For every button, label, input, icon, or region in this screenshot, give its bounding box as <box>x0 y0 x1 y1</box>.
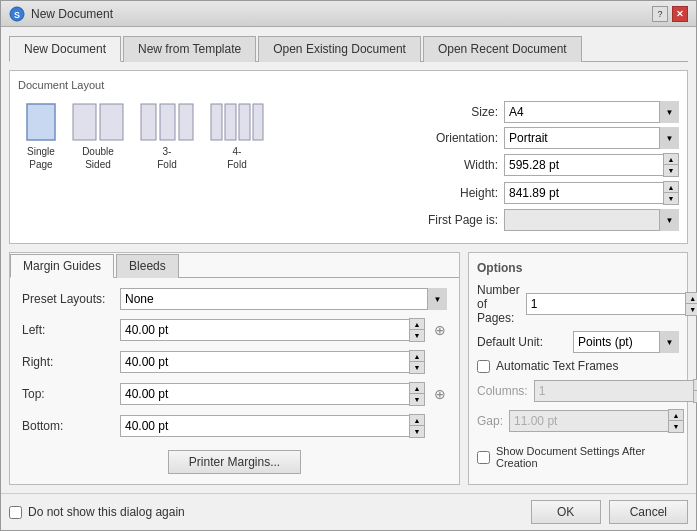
double-sided-label: DoubleSided <box>82 145 114 171</box>
footer-left: Do not show this dialog again <box>9 505 185 519</box>
right-input[interactable] <box>120 351 409 373</box>
num-pages-row: Number of Pages: ▲ ▼ <box>477 283 679 325</box>
tab-margin-guides[interactable]: Margin Guides <box>10 254 114 278</box>
left-down-btn[interactable]: ▼ <box>410 330 424 341</box>
auto-text-frames-checkbox[interactable] <box>477 360 490 373</box>
gap-spinner-btns: ▲ ▼ <box>668 409 684 433</box>
top-row: Top: ▲ ▼ ⊕ <box>22 382 447 406</box>
right-down-btn[interactable]: ▼ <box>410 362 424 373</box>
left-panel: Margin Guides Bleeds Preset Layouts: Non… <box>9 252 460 485</box>
layout-double-sided[interactable]: DoubleSided <box>72 103 124 171</box>
footer-right: OK Cancel <box>531 500 688 524</box>
left-row: Left: ▲ ▼ ⊕ <box>22 318 447 342</box>
auto-text-frames-label: Automatic Text Frames <box>496 359 618 373</box>
tab-new-document[interactable]: New Document <box>9 36 121 62</box>
tab-bar: New Document New from Template Open Exis… <box>9 35 688 62</box>
columns-input[interactable] <box>534 380 693 402</box>
right-panel: Options Number of Pages: ▲ ▼ Default Uni… <box>468 252 688 485</box>
bottom-up-btn[interactable]: ▲ <box>410 415 424 426</box>
bottom-down-btn[interactable]: ▼ <box>410 426 424 437</box>
printer-margins-button[interactable]: Printer Margins... <box>168 450 301 474</box>
svg-rect-9 <box>225 104 236 140</box>
default-unit-row: Default Unit: Points (pt) Millimeters (m… <box>477 331 679 353</box>
app-icon: S <box>9 6 25 22</box>
gap-up-btn[interactable]: ▲ <box>669 410 683 421</box>
columns-spinner: ▲ ▼ <box>534 379 697 403</box>
left-label: Left: <box>22 323 112 337</box>
size-select[interactable]: A4 A3 Letter <box>504 101 679 123</box>
svg-rect-6 <box>160 104 175 140</box>
orientation-select[interactable]: Portrait Landscape <box>504 127 679 149</box>
4fold-label: 4-Fold <box>227 145 246 171</box>
height-spinner-btns: ▲ ▼ <box>663 181 679 205</box>
tab-bleeds[interactable]: Bleeds <box>116 254 179 278</box>
svg-rect-11 <box>253 104 263 140</box>
title-bar-controls: ? ✕ <box>652 6 688 22</box>
tab-open-recent[interactable]: Open Recent Document <box>423 36 582 62</box>
layout-4fold[interactable]: 4-Fold <box>210 103 264 171</box>
svg-rect-3 <box>73 104 96 140</box>
help-button[interactable]: ? <box>652 6 668 22</box>
do-not-show-label: Do not show this dialog again <box>28 505 185 519</box>
options-label: Options <box>477 261 679 275</box>
bottom-spinner: ▲ ▼ <box>120 414 425 438</box>
ok-button[interactable]: OK <box>531 500 601 524</box>
left-up-btn[interactable]: ▲ <box>410 319 424 330</box>
num-pages-up-btn[interactable]: ▲ <box>686 293 697 304</box>
gap-spinner: ▲ ▼ <box>509 409 684 433</box>
bottom-input[interactable] <box>120 415 409 437</box>
svg-rect-4 <box>100 104 123 140</box>
height-input[interactable] <box>504 182 663 204</box>
cancel-button[interactable]: Cancel <box>609 500 688 524</box>
double-sided-icon <box>72 103 124 141</box>
preset-row: Preset Layouts: None ▼ <box>22 288 447 310</box>
default-unit-select[interactable]: Points (pt) Millimeters (mm) Inches (in) <box>573 331 679 353</box>
3fold-label: 3-Fold <box>157 145 176 171</box>
columns-label: Columns: <box>477 384 528 398</box>
height-up-btn[interactable]: ▲ <box>664 182 678 193</box>
show-settings-label: Show Document Settings After Creation <box>496 445 679 469</box>
show-settings-checkbox[interactable] <box>477 451 490 464</box>
first-page-row: First Page is: ▼ <box>413 209 679 231</box>
title-bar: S New Document ? ✕ <box>1 1 696 27</box>
bottom-area: Margin Guides Bleeds Preset Layouts: Non… <box>9 252 688 485</box>
gap-input[interactable] <box>509 410 668 432</box>
3fold-icon <box>140 103 194 141</box>
svg-rect-7 <box>179 104 193 140</box>
width-up-btn[interactable]: ▲ <box>664 154 678 165</box>
gap-down-btn[interactable]: ▼ <box>669 421 683 432</box>
first-page-label: First Page is: <box>413 213 498 227</box>
num-pages-input[interactable] <box>526 293 685 315</box>
first-page-select[interactable] <box>504 209 679 231</box>
right-up-btn[interactable]: ▲ <box>410 351 424 362</box>
4fold-icon <box>210 103 264 141</box>
num-pages-spinner: ▲ ▼ <box>526 292 697 316</box>
width-input[interactable] <box>504 154 663 176</box>
height-down-btn[interactable]: ▼ <box>664 193 678 204</box>
right-row: Right: ▲ ▼ <box>22 350 447 374</box>
close-button[interactable]: ✕ <box>672 6 688 22</box>
preset-select[interactable]: None <box>120 288 447 310</box>
width-spinner: ▲ ▼ <box>504 153 679 177</box>
layout-3fold[interactable]: 3-Fold <box>140 103 194 171</box>
top-input[interactable] <box>120 383 409 405</box>
top-label: Top: <box>22 387 112 401</box>
orientation-select-wrapper: Portrait Landscape ▼ <box>504 127 679 149</box>
bottom-label: Bottom: <box>22 419 112 433</box>
num-pages-label: Number of Pages: <box>477 283 520 325</box>
layout-single-page[interactable]: SinglePage <box>26 103 56 171</box>
num-pages-down-btn[interactable]: ▼ <box>686 304 697 315</box>
do-not-show-checkbox[interactable] <box>9 506 22 519</box>
height-label: Height: <box>413 186 498 200</box>
top-up-btn[interactable]: ▲ <box>410 383 424 394</box>
width-down-btn[interactable]: ▼ <box>664 165 678 176</box>
right-spinner-btns: ▲ ▼ <box>409 350 425 374</box>
tab-new-from-template[interactable]: New from Template <box>123 36 256 62</box>
margin-guides-content: Preset Layouts: None ▼ Left: <box>10 278 459 484</box>
properties-area: Size: A4 A3 Letter ▼ Orientation: <box>413 97 679 235</box>
svg-rect-5 <box>141 104 156 140</box>
left-input[interactable] <box>120 319 409 341</box>
right-spinner: ▲ ▼ <box>120 350 425 374</box>
top-down-btn[interactable]: ▼ <box>410 394 424 405</box>
tab-open-existing[interactable]: Open Existing Document <box>258 36 421 62</box>
